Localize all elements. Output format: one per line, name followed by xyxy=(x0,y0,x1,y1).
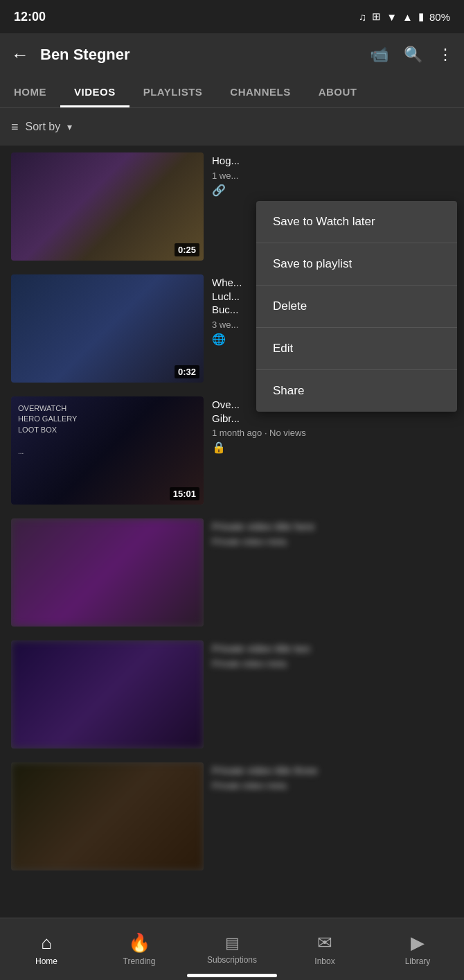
nav-library-label: Library xyxy=(405,956,431,966)
header: ← Ben Stegner 📹 🔍 ⋮ xyxy=(0,33,464,76)
back-button[interactable]: ← xyxy=(11,44,29,66)
nav-home-label: Home xyxy=(35,956,57,966)
status-bar: 12:00 ♫ ⊞ ▼ ▲ ▮ 80% xyxy=(0,0,464,33)
video-meta-4: Private video meta xyxy=(212,536,453,547)
context-menu: Save to Watch later Save to playlist Del… xyxy=(256,201,457,412)
thumbnail-6 xyxy=(11,762,204,870)
video-meta-3: 1 month ago · No views xyxy=(212,428,453,438)
nav-library[interactable]: ▶ Library xyxy=(390,932,445,966)
nav-trending[interactable]: 🔥 Trending xyxy=(111,932,167,966)
nav-subscriptions[interactable]: ▤ Subscriptions xyxy=(204,934,260,965)
duration-badge-1: 0:25 xyxy=(175,243,199,256)
spotify-icon: ♫ xyxy=(359,11,366,23)
sort-bar[interactable]: ≡ Sort by ▾ xyxy=(0,108,464,146)
video-info-4: Private video title here Private video m… xyxy=(212,518,453,547)
subscriptions-icon: ▤ xyxy=(225,934,240,952)
header-actions: 📹 🔍 ⋮ xyxy=(370,46,453,64)
tab-playlists[interactable]: PLAYLISTS xyxy=(130,76,217,107)
nav-subscriptions-label: Subscriptions xyxy=(207,955,257,965)
thumbnail-3: OVERWATCHHERO GALLERYLOOT BOX... 15:01 xyxy=(11,396,204,505)
video-title-1: Hog... xyxy=(212,154,453,168)
sort-label: Sort by xyxy=(26,121,61,133)
status-icons: ♫ ⊞ ▼ ▲ ▮ 80% xyxy=(359,10,450,23)
video-item-5[interactable]: Private video title two Private video me… xyxy=(0,633,464,755)
context-menu-save-watch-later[interactable]: Save to Watch later xyxy=(256,201,457,243)
thumbnail-1: 0:25 xyxy=(11,152,204,261)
context-menu-share[interactable]: Share xyxy=(256,370,457,412)
status-time: 12:00 xyxy=(14,10,46,24)
tabs-bar: HOME VIDEOS PLAYLISTS CHANNELS ABOUT xyxy=(0,76,464,108)
library-icon: ▶ xyxy=(411,932,425,954)
wifi-icon: ▼ xyxy=(386,11,397,23)
battery-level: 80% xyxy=(429,11,450,23)
video-meta-1: 1 we... xyxy=(212,170,453,181)
video-info-6: Private video title three Private video … xyxy=(212,762,453,791)
nav-inbox[interactable]: ✉ Inbox xyxy=(297,932,353,966)
nav-trending-label: Trending xyxy=(123,956,156,966)
video-title-6: Private video title three xyxy=(212,764,453,778)
duration-badge-3: 15:01 xyxy=(170,487,199,500)
search-icon[interactable]: 🔍 xyxy=(404,46,422,64)
home-indicator xyxy=(187,974,277,977)
chevron-down-icon: ▾ xyxy=(67,121,72,132)
tab-channels[interactable]: CHANNELS xyxy=(216,76,304,107)
video-info-1: Hog... 1 we... 🔗 xyxy=(212,152,453,197)
notification-icon: ⊞ xyxy=(372,10,381,23)
bottom-nav: ⌂ Home 🔥 Trending ▤ Subscriptions ✉ Inbo… xyxy=(0,918,464,980)
video-item-6[interactable]: Private video title three Private video … xyxy=(0,755,464,877)
video-camera-icon[interactable]: 📹 xyxy=(370,46,389,64)
thumbnail-2: 0:32 xyxy=(11,274,204,383)
more-options-icon[interactable]: ⋮ xyxy=(438,46,453,64)
nav-inbox-label: Inbox xyxy=(314,956,334,966)
channel-title: Ben Stegner xyxy=(40,46,359,64)
thumbnail-5 xyxy=(11,640,204,749)
inbox-icon: ✉ xyxy=(317,932,332,954)
video-title-4: Private video title here xyxy=(212,520,453,534)
context-menu-delete[interactable]: Delete xyxy=(256,286,457,328)
video-meta-5: Private video meta xyxy=(212,658,453,669)
nav-home[interactable]: ⌂ Home xyxy=(19,932,74,966)
trending-icon: 🔥 xyxy=(128,932,150,954)
video-privacy-3: 🔒 xyxy=(212,441,453,454)
home-icon: ⌂ xyxy=(41,932,52,954)
tab-videos[interactable]: VIDEOS xyxy=(60,76,130,107)
video-info-5: Private video title two Private video me… xyxy=(212,640,453,669)
duration-badge-2: 0:32 xyxy=(175,365,199,378)
video-title-5: Private video title two xyxy=(212,642,453,656)
signal-icon: ▲ xyxy=(402,11,413,23)
sort-lines-icon: ≡ xyxy=(11,120,19,134)
tab-about[interactable]: ABOUT xyxy=(305,76,371,107)
context-menu-save-playlist[interactable]: Save to playlist xyxy=(256,243,457,286)
tab-home[interactable]: HOME xyxy=(0,76,60,107)
video-meta-6: Private video meta xyxy=(212,780,453,791)
video-privacy-1: 🔗 xyxy=(212,184,453,197)
battery-icon: ▮ xyxy=(418,10,424,23)
context-menu-edit[interactable]: Edit xyxy=(256,328,457,370)
thumbnail-4 xyxy=(11,518,204,627)
video-item-4[interactable]: Private video title here Private video m… xyxy=(0,511,464,633)
